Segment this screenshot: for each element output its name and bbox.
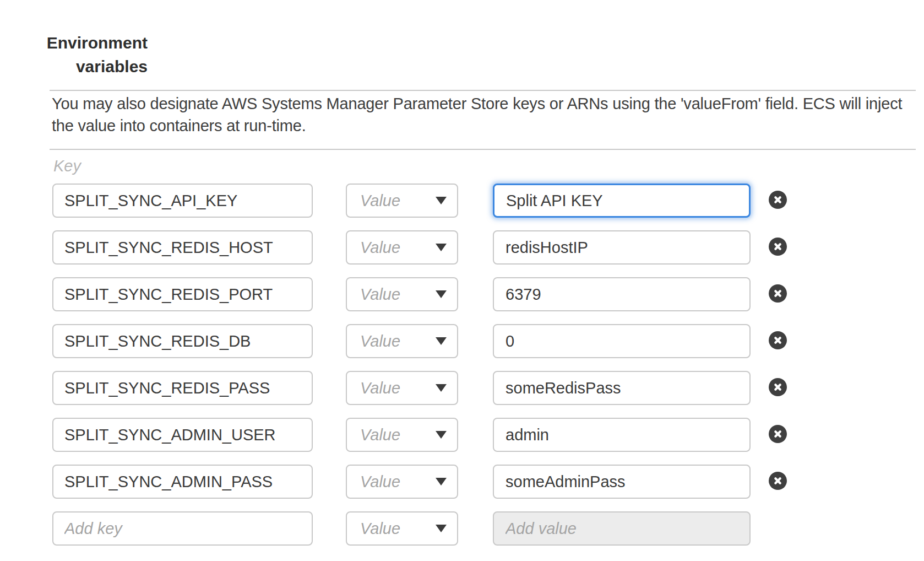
chevron-down-icon [436, 337, 447, 345]
key-column-header: Key [53, 157, 81, 175]
value-type-dropdown[interactable]: Value [346, 184, 458, 218]
env-key-input[interactable] [52, 371, 313, 405]
field-label-line2: variables [0, 55, 148, 78]
env-value-input[interactable] [493, 230, 751, 265]
env-var-row: Value [0, 418, 924, 452]
close-icon [772, 288, 784, 299]
env-value-input[interactable] [493, 511, 751, 546]
value-type-dropdown[interactable]: Value [346, 371, 458, 405]
env-key-input[interactable] [52, 184, 313, 218]
close-icon [772, 475, 784, 487]
env-value-input[interactable] [493, 465, 751, 499]
close-icon [772, 381, 784, 393]
env-value-input[interactable] [493, 277, 751, 311]
close-icon [772, 194, 784, 206]
value-type-dropdown[interactable]: Value [346, 277, 458, 311]
env-key-input[interactable] [52, 324, 313, 358]
remove-row-button[interactable] [769, 331, 787, 349]
divider [50, 90, 916, 91]
env-var-row: Value [0, 277, 924, 311]
remove-row-button[interactable] [769, 284, 787, 303]
value-type-label: Value [347, 285, 400, 304]
value-type-label: Value [347, 379, 400, 397]
env-key-input[interactable] [52, 277, 313, 311]
field-label-line1: Environment [0, 31, 148, 55]
env-value-input[interactable] [493, 324, 751, 358]
value-type-dropdown[interactable]: Value [346, 230, 458, 265]
env-var-row: Value [0, 184, 924, 218]
value-type-dropdown[interactable]: Value [346, 418, 458, 452]
remove-row-button[interactable] [769, 191, 787, 209]
value-type-dropdown[interactable]: Value [346, 465, 458, 499]
value-type-dropdown[interactable]: Value [346, 324, 458, 358]
value-type-label: Value [347, 192, 400, 210]
value-type-label: Value [347, 520, 400, 538]
chevron-down-icon [436, 478, 447, 486]
chevron-down-icon [436, 197, 447, 204]
env-value-input[interactable] [493, 418, 751, 452]
chevron-down-icon [436, 431, 447, 439]
close-icon [772, 335, 784, 346]
value-type-label: Value [347, 473, 400, 491]
env-value-input[interactable] [493, 184, 751, 218]
value-type-label: Value [347, 332, 400, 350]
field-label-environment-variables: Environment variables [0, 31, 148, 78]
remove-row-button[interactable] [769, 238, 787, 256]
chevron-down-icon [436, 244, 447, 251]
env-var-row: Value [0, 230, 924, 265]
close-icon [772, 241, 784, 252]
divider [50, 149, 916, 150]
remove-row-button[interactable] [769, 378, 787, 396]
value-type-label: Value [347, 426, 400, 444]
env-var-rows: Value Value Value [0, 184, 924, 558]
chevron-down-icon [436, 525, 447, 532]
close-icon [772, 428, 784, 440]
env-var-row: Value [0, 465, 924, 499]
chevron-down-icon [436, 384, 447, 392]
remove-row-button[interactable] [769, 472, 787, 490]
env-key-input[interactable] [52, 511, 313, 546]
description-text: You may also designate AWS Systems Manag… [52, 93, 917, 137]
env-var-row: Value [0, 324, 924, 358]
env-value-input[interactable] [493, 371, 751, 405]
env-key-input[interactable] [52, 230, 313, 265]
env-var-row: Value [0, 371, 924, 405]
remove-row-button[interactable] [769, 425, 787, 443]
env-key-input[interactable] [52, 465, 313, 499]
value-type-dropdown[interactable]: Value [346, 511, 458, 546]
chevron-down-icon [436, 290, 447, 298]
env-key-input[interactable] [52, 418, 313, 452]
value-type-label: Value [347, 239, 400, 257]
env-var-row: Value [0, 511, 924, 546]
